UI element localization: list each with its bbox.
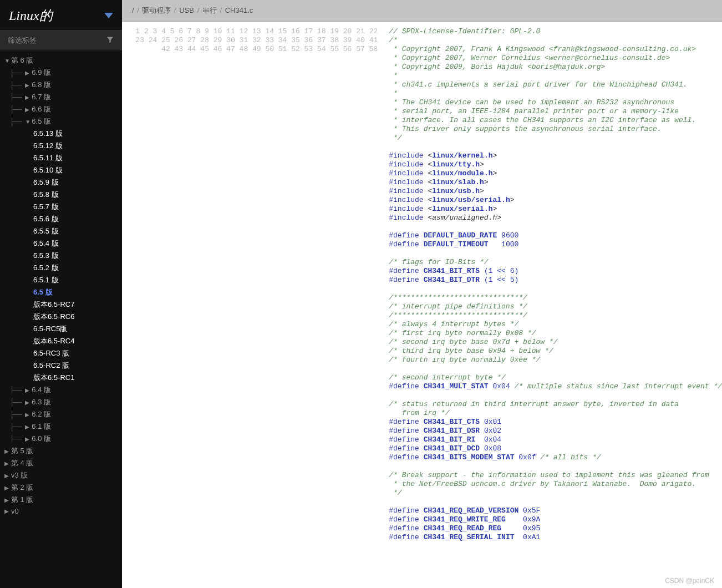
dropdown-icon[interactable] (104, 13, 113, 18)
version-tree: ▼ 第 6 版├── ▶ 6.9 版├── ▶ 6.8 版├── ▶ 6.7 版… (0, 51, 122, 520)
tree-node[interactable]: 版本6.5-RC4 (0, 335, 122, 347)
tree-node[interactable]: ├── ▶ 6.8 版 (0, 79, 122, 91)
tree-node[interactable]: 6.5.10 版 (0, 164, 122, 176)
main-panel: / / 驱动程序 / USB / 串行 / CH341.c 1 2 3 4 5 … (122, 0, 722, 588)
tree-node[interactable]: 6.5.11 版 (0, 152, 122, 164)
tree-node[interactable]: ├── ▶ 6.1 版 (0, 420, 122, 433)
tree-node[interactable]: 6.5.7 版 (0, 201, 122, 213)
tree-node[interactable]: 6.5.8 版 (0, 189, 122, 201)
tree-node[interactable]: 6.5.2 版 (0, 262, 122, 274)
sidebar: Linux的 筛选标签 ▼ 第 6 版├── ▶ 6.9 版├── ▶ 6.8 … (0, 0, 122, 588)
tree-node[interactable]: 6.5.1 版 (0, 274, 122, 286)
tree-node[interactable]: ├── ▶ 6.3 版 (0, 396, 122, 408)
tree-node[interactable]: 版本6.5-RC7 (0, 298, 122, 311)
breadcrumb-part[interactable]: 驱动程序 (142, 6, 171, 14)
tree-node[interactable]: ├── ▶ 6.7 版 (0, 91, 122, 103)
filter-icon[interactable] (106, 36, 114, 45)
tree-node[interactable]: ▶ 第 5 版 (0, 445, 122, 457)
tree-node[interactable]: 6.5-RC2 版 (0, 359, 122, 372)
tree-node[interactable]: ▶ 第 2 版 (0, 481, 122, 494)
code-viewer[interactable]: 1 2 3 4 5 6 7 8 9 10 11 12 13 14 15 16 1… (122, 22, 722, 588)
tree-node[interactable]: 6.5.4 版 (0, 237, 122, 250)
line-number-gutter: 1 2 3 4 5 6 7 8 9 10 11 12 13 14 15 16 1… (122, 22, 382, 588)
code-content: // SPDX-License-Identifier: GPL-2.0 /* *… (382, 22, 722, 588)
watermark: CSDN @peinCK (665, 577, 714, 585)
tree-node[interactable]: 版本6.5-RC1 (0, 372, 122, 384)
tree-node[interactable]: 6.5.13 版 (0, 128, 122, 140)
tree-node[interactable]: 6.5.9 版 (0, 176, 122, 189)
tree-node[interactable]: ├── ▶ 6.9 版 (0, 67, 122, 79)
tree-node[interactable]: ▶ 第 1 版 (0, 494, 122, 506)
breadcrumb-part[interactable]: USB (179, 6, 194, 14)
tree-node[interactable]: ├── ▼ 6.5 版 (0, 115, 122, 128)
tree-node[interactable]: ├── ▶ 6.0 版 (0, 433, 122, 445)
tree-node[interactable]: 6.5.5 版 (0, 225, 122, 237)
tree-node[interactable]: 6.5-RC3 版 (0, 347, 122, 359)
breadcrumb-part[interactable]: / (132, 6, 134, 14)
breadcrumb-sep: / (172, 6, 178, 14)
filter-tags-row[interactable]: 筛选标签 (0, 30, 122, 51)
breadcrumb-sep: / (195, 6, 201, 14)
tree-node[interactable]: ├── ▶ 6.6 版 (0, 103, 122, 115)
breadcrumb-part[interactable]: CH341.c (225, 6, 253, 14)
tree-node[interactable]: ▶ v3 版 (0, 469, 122, 481)
breadcrumb-sep: / (135, 6, 141, 14)
tree-node[interactable]: 6.5.12 版 (0, 140, 122, 152)
filter-placeholder: 筛选标签 (8, 36, 37, 45)
tree-node[interactable]: ▼ 第 6 版 (0, 54, 122, 67)
tree-node[interactable]: 版本6.5-RC6 (0, 311, 122, 323)
sidebar-header: Linux的 (0, 0, 122, 30)
app-title: Linux的 (9, 7, 53, 24)
breadcrumb: / / 驱动程序 / USB / 串行 / CH341.c (122, 0, 722, 22)
tree-node[interactable]: ├── ▶ 6.2 版 (0, 408, 122, 420)
tree-node[interactable]: ▶ v0 (0, 506, 122, 516)
breadcrumb-part[interactable]: 串行 (202, 6, 217, 14)
tree-node[interactable]: 6.5 版 (0, 286, 122, 298)
tree-node[interactable]: 6.5-RC5版 (0, 323, 122, 335)
breadcrumb-sep: / (218, 6, 224, 14)
tree-node[interactable]: ▶ 第 4 版 (0, 457, 122, 469)
tree-node[interactable]: ├── ▶ 6.4 版 (0, 384, 122, 396)
tree-node[interactable]: 6.5.3 版 (0, 250, 122, 262)
tree-node[interactable]: 6.5.6 版 (0, 213, 122, 225)
